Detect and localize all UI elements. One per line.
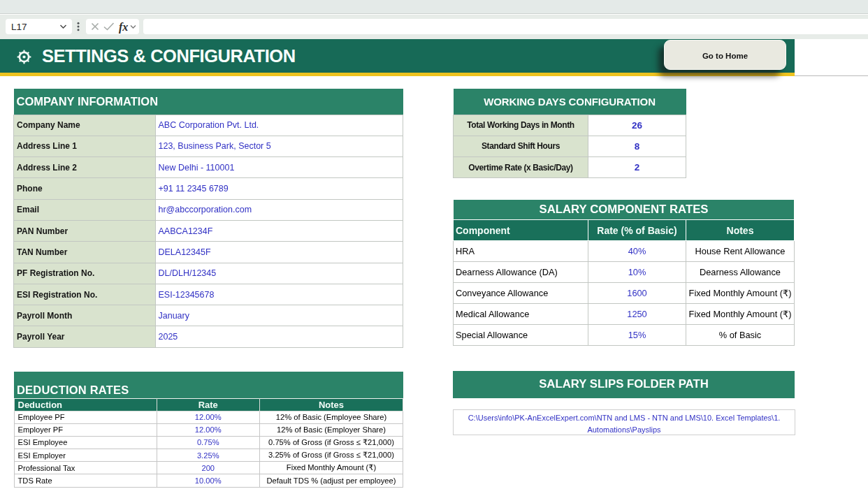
svg-text:fx: fx — [119, 21, 128, 34]
